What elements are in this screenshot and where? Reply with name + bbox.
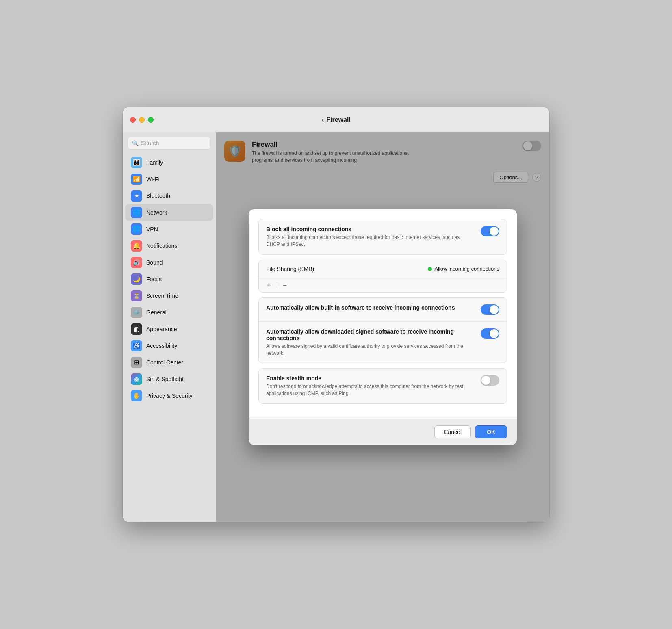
minimize-button[interactable] <box>139 117 145 123</box>
sidebar-label-focus: Focus <box>146 276 162 282</box>
stealth-mode-desc: Don't respond to or acknowledge attempts… <box>266 383 474 397</box>
sidebar-label-accessibility: Accessibility <box>146 343 177 349</box>
dialog-footer: Cancel OK <box>249 419 517 445</box>
sidebar-label-screentime: Screen Time <box>146 293 178 299</box>
sidebar-label-wifi: Wi-Fi <box>146 176 160 182</box>
add-button[interactable]: + <box>264 281 273 290</box>
sidebar-item-network[interactable]: 🌐 Network <box>125 204 213 221</box>
firewall-dialog: Block all incoming connections Blocks al… <box>249 209 517 445</box>
content-area: 🛡️ Firewall The firewall is turned on an… <box>216 132 549 522</box>
sidebar-label-notifications: Notifications <box>146 243 177 249</box>
notifications-icon: 🔔 <box>131 240 142 252</box>
screentime-icon: ⏳ <box>131 290 142 301</box>
block-all-toggle[interactable] <box>481 226 499 236</box>
dialog-overlay: Block all incoming connections Blocks al… <box>216 132 549 522</box>
sidebar-item-notifications[interactable]: 🔔 Notifications <box>125 238 213 254</box>
block-all-title: Block all incoming connections <box>266 226 474 232</box>
wifi-icon: 📶 <box>131 174 142 185</box>
sidebar-item-screentime[interactable]: ⏳ Screen Time <box>125 288 213 304</box>
search-placeholder: Search <box>141 140 159 146</box>
sidebar-label-family: Family <box>146 159 163 166</box>
block-all-content: Block all incoming connections Blocks al… <box>266 226 481 248</box>
back-arrow-icon[interactable]: ‹ <box>321 116 324 124</box>
builtin-software-section: Automatically allow built-in software to… <box>258 297 507 364</box>
builtin-software-row: Automatically allow built-in software to… <box>259 298 507 321</box>
block-all-row: Block all incoming connections Blocks al… <box>259 219 507 254</box>
sidebar-label-appearance: Appearance <box>146 326 177 332</box>
sidebar-label-general: General <box>146 309 167 316</box>
allow-incoming-status: Allow incoming connections <box>428 266 499 272</box>
maximize-button[interactable] <box>148 117 154 123</box>
sidebar-item-focus[interactable]: 🌙 Focus <box>125 271 213 287</box>
downloaded-software-row: Automatically allow downloaded signed so… <box>259 321 507 363</box>
window-title-bar: ‹ Firewall <box>321 116 351 124</box>
sidebar-item-accessibility[interactable]: ♿ Accessibility <box>125 338 213 354</box>
add-remove-separator <box>277 282 277 288</box>
builtin-software-title: Automatically allow built-in software to… <box>266 304 474 311</box>
sidebar-label-siri: Siri & Spotlight <box>146 376 184 382</box>
ok-button[interactable]: OK <box>475 425 507 438</box>
sidebar-item-controlcenter[interactable]: ⊞ Control Center <box>125 354 213 371</box>
focus-icon: 🌙 <box>131 273 142 285</box>
downloaded-software-desc: Allows software signed by a valid certif… <box>266 343 474 357</box>
builtin-software-toggle[interactable] <box>481 304 499 315</box>
sidebar-item-wifi[interactable]: 📶 Wi-Fi <box>125 171 213 187</box>
privacy-icon: ✋ <box>131 390 142 401</box>
search-bar[interactable]: 🔍 Search <box>128 137 211 150</box>
file-sharing-name: File Sharing (SMB) <box>266 266 314 272</box>
siri-icon: ◉ <box>131 373 142 385</box>
block-all-section: Block all incoming connections Blocks al… <box>258 219 507 255</box>
window-title-label: Firewall <box>326 116 351 124</box>
file-sharing-section: File Sharing (SMB) Allow incoming connec… <box>258 260 507 293</box>
sidebar-item-siri[interactable]: ◉ Siri & Spotlight <box>125 371 213 387</box>
builtin-software-content: Automatically allow built-in software to… <box>266 304 481 311</box>
traffic-lights <box>130 117 154 123</box>
stealth-mode-title: Enable stealth mode <box>266 375 474 382</box>
block-all-desc: Blocks all incoming connections except t… <box>266 234 474 248</box>
stealth-mode-row: Enable stealth mode Don't respond to or … <box>259 369 507 403</box>
family-icon: 👨‍👩‍👧 <box>131 157 142 168</box>
remove-button[interactable]: − <box>280 281 289 290</box>
sidebar-item-privacy[interactable]: ✋ Privacy & Security <box>125 388 213 404</box>
sidebar-item-appearance[interactable]: ◐ Appearance <box>125 321 213 337</box>
sidebar-item-vpn[interactable]: 🌐 VPN <box>125 221 213 237</box>
network-icon: 🌐 <box>131 207 142 218</box>
sidebar-item-general[interactable]: ⚙️ General <box>125 304 213 321</box>
file-sharing-row: File Sharing (SMB) Allow incoming connec… <box>259 260 507 278</box>
green-status-dot <box>428 267 432 271</box>
downloaded-software-content: Automatically allow downloaded signed so… <box>266 328 481 357</box>
stealth-mode-toggle[interactable] <box>481 375 499 386</box>
sidebar-label-vpn: VPN <box>146 226 158 232</box>
accessibility-icon: ♿ <box>131 340 142 351</box>
dialog-body: Block all incoming connections Blocks al… <box>249 209 517 419</box>
general-icon: ⚙️ <box>131 307 142 318</box>
downloaded-software-title: Automatically allow downloaded signed so… <box>266 328 474 341</box>
close-button[interactable] <box>130 117 136 123</box>
cancel-button[interactable]: Cancel <box>434 425 471 438</box>
stealth-mode-content: Enable stealth mode Don't respond to or … <box>266 375 481 397</box>
main-window: ‹ Firewall 🔍 Search 👨‍👩‍👧 Family 📶 Wi-Fi… <box>123 107 549 522</box>
sidebar-label-network: Network <box>146 209 167 216</box>
sidebar-label-privacy: Privacy & Security <box>146 393 193 399</box>
search-icon: 🔍 <box>132 140 139 146</box>
sidebar-item-bluetooth[interactable]: ✦ Bluetooth <box>125 188 213 204</box>
sound-icon: 🔊 <box>131 257 142 268</box>
add-remove-row: + − <box>259 278 507 292</box>
stealth-mode-section: Enable stealth mode Don't respond to or … <box>258 368 507 404</box>
sidebar-label-controlcenter: Control Center <box>146 359 183 366</box>
controlcenter-icon: ⊞ <box>131 357 142 368</box>
bluetooth-icon: ✦ <box>131 190 142 202</box>
sidebar-item-sound[interactable]: 🔊 Sound <box>125 254 213 271</box>
downloaded-software-toggle[interactable] <box>481 328 499 339</box>
appearance-icon: ◐ <box>131 323 142 335</box>
allow-incoming-label: Allow incoming connections <box>434 266 499 272</box>
sidebar-label-bluetooth: Bluetooth <box>146 193 170 199</box>
sidebar: 🔍 Search 👨‍👩‍👧 Family 📶 Wi-Fi ✦ Bluetoot… <box>123 132 216 522</box>
sidebar-label-sound: Sound <box>146 259 163 266</box>
main-content: 🔍 Search 👨‍👩‍👧 Family 📶 Wi-Fi ✦ Bluetoot… <box>123 132 549 522</box>
title-bar: ‹ Firewall <box>123 107 549 132</box>
sidebar-item-family[interactable]: 👨‍👩‍👧 Family <box>125 154 213 171</box>
vpn-icon: 🌐 <box>131 223 142 235</box>
